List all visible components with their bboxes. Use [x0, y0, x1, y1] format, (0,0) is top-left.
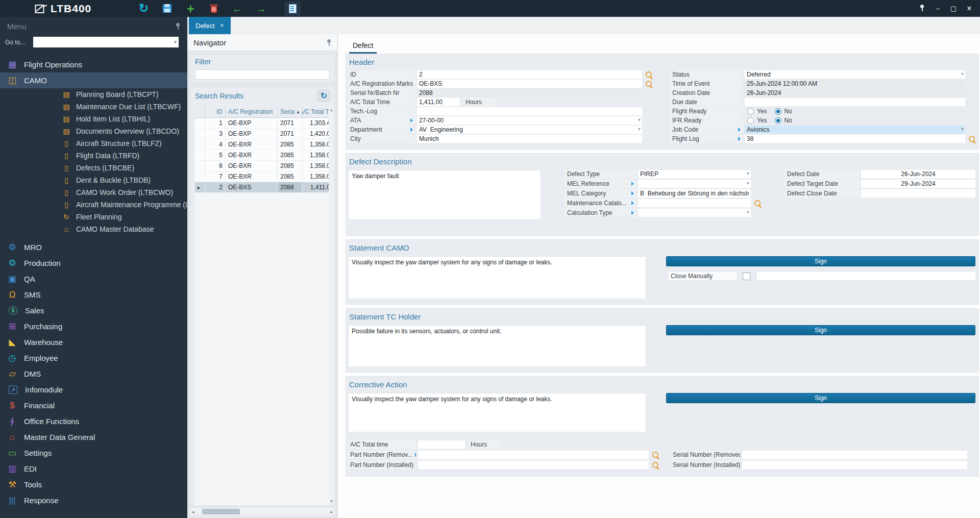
dropdown-arrow-icon[interactable]: ▾ — [747, 171, 749, 176]
sidebar-item-hold-item-list[interactable]: ▤Hold Item List (LTBHIL) — [0, 113, 187, 125]
part-number-remov-input[interactable] — [418, 451, 649, 459]
expander-arrow-icon[interactable] — [410, 128, 413, 132]
result-row-5[interactable]: 5OE-BXR20851,358.0 — [195, 150, 329, 161]
serial-nr-batch-nr-input[interactable] — [417, 89, 642, 97]
result-row-6[interactable]: 6OE-BXR20851,358.0 — [195, 161, 329, 171]
time-of-event-input[interactable] — [745, 80, 965, 88]
menu-pin-icon[interactable] — [175, 23, 180, 30]
pin-button[interactable] — [917, 5, 926, 12]
expander-arrow-icon[interactable] — [415, 453, 416, 457]
column-header-seria[interactable]: Seria▲ — [278, 106, 302, 117]
minimize-button[interactable]: – — [933, 5, 942, 12]
flight-ready-yes-radio[interactable]: Yes — [747, 108, 767, 115]
sidebar-item-purchasing[interactable]: ⊞Purchasing — [0, 318, 187, 334]
tab-defect[interactable]: Defect× — [189, 17, 231, 34]
mel-category-input[interactable] — [638, 189, 751, 198]
a-c-registration-marks-input[interactable] — [417, 80, 642, 88]
expander-arrow-icon[interactable] — [738, 128, 741, 132]
column-header-id[interactable]: ID — [205, 106, 226, 117]
statement-camo-text[interactable]: Visually inspect the yaw damper system f… — [348, 256, 646, 299]
sidebar-item-camo-work-order[interactable]: ▯CAMO Work Order (LTBCWO) — [0, 186, 187, 199]
serial-number-removed-input[interactable] — [742, 451, 967, 459]
defect-type-input[interactable] — [638, 170, 751, 178]
sidebar-item-dent-buckle[interactable]: ▯Dent & Buckle (LTBDB) — [0, 174, 187, 186]
job-code-input[interactable] — [745, 126, 965, 134]
result-row-1[interactable]: 1OE-BXP20711,303.4 — [195, 118, 329, 129]
ata-input[interactable] — [417, 116, 642, 125]
expander-arrow-icon[interactable] — [631, 182, 634, 186]
column-header-a-c-registration[interactable]: A/C Registration — [226, 106, 278, 117]
goto-combobox[interactable]: ▾ — [33, 37, 179, 47]
sidebar-item-qa[interactable]: ▣QA — [0, 271, 187, 287]
expander-arrow-icon[interactable] — [738, 137, 741, 141]
lookup-icon[interactable] — [645, 71, 653, 79]
lookup-icon[interactable] — [754, 200, 762, 207]
sidebar-item-edi[interactable]: ▥EDI — [0, 461, 187, 477]
scroll-up-icon[interactable]: ▲ — [330, 108, 334, 112]
add-button[interactable] — [182, 1, 199, 16]
mel-reference-input[interactable] — [638, 180, 751, 188]
lookup-icon[interactable] — [968, 135, 976, 143]
a-c-total-time-input[interactable] — [417, 98, 460, 106]
sign-camo-button[interactable]: Sign — [666, 256, 975, 266]
tab-close-icon[interactable]: × — [220, 22, 224, 29]
chevron-down-icon[interactable]: ▾ — [174, 39, 177, 45]
part-number-installed-input[interactable] — [418, 461, 649, 469]
dropdown-arrow-icon[interactable]: ▾ — [961, 71, 964, 77]
expander-arrow-icon[interactable] — [410, 118, 413, 122]
lookup-icon[interactable] — [652, 461, 659, 469]
corrective-action-text[interactable]: Visually inspect the yaw damper system f… — [348, 393, 646, 432]
sidebar-item-settings[interactable]: ▭Settings — [0, 445, 187, 461]
result-row-7[interactable]: 7OE-BXR20851,358.0 — [195, 171, 329, 182]
sidebar-item-tools[interactable]: ⚒Tools — [0, 477, 187, 492]
defect-target-date-input[interactable] — [861, 180, 975, 188]
scroll-down-icon[interactable]: ▼ — [330, 499, 334, 504]
sidebar-item-financial[interactable]: $Financial — [0, 398, 187, 413]
defect-date-input[interactable] — [861, 170, 975, 178]
expander-arrow-icon[interactable] — [631, 201, 634, 205]
defect-description-text[interactable]: Yaw damper fault — [348, 170, 541, 220]
search-refresh-button[interactable]: ↻ — [317, 90, 330, 102]
document-button[interactable] — [284, 1, 301, 16]
save-button[interactable] — [159, 1, 175, 16]
sidebar-item-camo[interactable]: ◫CAMO — [0, 72, 187, 88]
lookup-icon[interactable] — [652, 451, 659, 459]
department-input[interactable] — [417, 126, 642, 134]
sidebar-item-sales[interactable]: $Sales — [0, 303, 187, 318]
scroll-left-icon[interactable]: ◂ — [192, 509, 194, 514]
back-button[interactable] — [229, 1, 246, 16]
sidebar-item-flight-operations[interactable]: ▦Flight Operations — [0, 57, 187, 72]
statement-tc-holder-text[interactable]: Possible failure in its sensors, actuato… — [348, 325, 646, 367]
id-input[interactable] — [417, 70, 642, 79]
maximize-button[interactable]: ▢ — [949, 5, 958, 12]
navigator-pin-icon[interactable] — [326, 39, 331, 46]
forward-button[interactable] — [253, 1, 269, 16]
sidebar-item-employee[interactable]: ◷Employee — [0, 350, 187, 366]
vertical-scrollbar[interactable]: ▲ ▼ — [329, 106, 334, 505]
flight-log-input[interactable] — [745, 135, 965, 143]
close-button[interactable]: ✕ — [965, 5, 974, 12]
sidebar-item-defects[interactable]: ▯Defects (LTBCBE) — [0, 162, 187, 174]
sidebar-item-infomodule[interactable]: ↗Infomodule — [0, 382, 187, 398]
scrollbar-thumb[interactable] — [202, 509, 240, 514]
sign-corrective-button[interactable]: Sign — [666, 393, 975, 403]
expander-arrow-icon[interactable] — [631, 191, 634, 195]
sidebar-item-fleet-planning[interactable]: ↻Fleet Planning — [0, 211, 187, 223]
column-header-marker[interactable] — [195, 106, 205, 117]
sidebar-item-dms[interactable]: ▱DMS — [0, 366, 187, 382]
dropdown-arrow-icon[interactable]: ▾ — [747, 190, 749, 195]
sidebar-item-documents-overview[interactable]: ▤Documents Overview (LTBCDO) — [0, 125, 187, 137]
column-header-a-c-total-ti[interactable]: A/C Total Ti — [302, 106, 329, 117]
sidebar-item-response[interactable]: |||Response — [0, 492, 187, 508]
goto-input[interactable] — [33, 37, 179, 47]
scroll-right-icon[interactable]: ▸ — [330, 509, 333, 514]
calculation-type-input[interactable] — [638, 209, 751, 217]
lookup-icon[interactable] — [645, 80, 653, 88]
result-row-4[interactable]: 4OE-BXR20851,358.0 — [195, 139, 329, 150]
tab-defect[interactable]: Defect — [349, 37, 377, 54]
result-row-3[interactable]: 3OE-BXP20711,420.0 — [195, 129, 329, 139]
dropdown-arrow-icon[interactable]: ▾ — [638, 127, 641, 132]
sidebar-item-mro[interactable]: ⚙MRO — [0, 239, 187, 255]
dropdown-arrow-icon[interactable]: ▾ — [638, 117, 641, 122]
city-input[interactable] — [417, 135, 642, 143]
